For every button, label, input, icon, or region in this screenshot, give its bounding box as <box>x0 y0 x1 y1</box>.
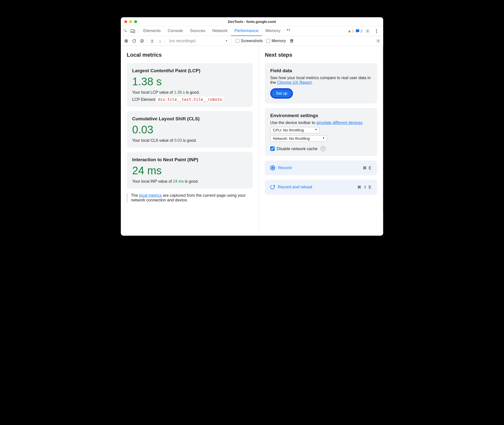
svg-point-4 <box>367 30 368 32</box>
lcp-element-row: LCP Element div.tile__text.tile__roboto <box>132 97 247 102</box>
reload-icon <box>270 184 275 190</box>
svg-rect-3 <box>356 29 359 32</box>
field-data-description: See how your local metrics compare to re… <box>270 75 372 85</box>
gc-icon[interactable] <box>288 37 295 44</box>
crux-link[interactable]: Chrome UX Report <box>277 80 312 85</box>
performance-panel-content: Local metrics Largest Contentful Paint (… <box>121 46 383 236</box>
field-data-title: Field data <box>270 68 372 73</box>
network-throttling-select[interactable]: Network: No throttling <box>270 135 327 142</box>
cls-value: 0.03 <box>132 124 247 136</box>
record-reload-shortcut: ⌘ ⇧ E <box>357 185 372 190</box>
devtools-window: DevTools - fonts.google.com/ Elements Co… <box>121 17 383 236</box>
issues-badge[interactable]: 2 <box>356 29 362 33</box>
recordings-dropdown[interactable]: (no recordings) ▼ <box>167 38 230 44</box>
simulate-devices-link[interactable]: simulate different devices <box>316 120 362 125</box>
lcp-card: Largest Contentful Paint (LCP) 1.38 s Yo… <box>127 63 253 107</box>
local-metrics-heading: Local metrics <box>127 52 253 58</box>
svg-rect-14 <box>291 41 291 42</box>
inp-description: Your local INP value of 24 ms is good. <box>132 179 247 184</box>
svg-point-17 <box>378 40 379 42</box>
cls-card: Cumulative Layout Shift (CLS) 0.03 Your … <box>127 111 253 148</box>
title-bar: DevTools - fonts.google.com/ <box>121 17 383 26</box>
next-steps-heading: Next steps <box>265 52 377 58</box>
help-icon[interactable]: ? <box>321 146 325 151</box>
inp-title: Interaction to Next Paint (INP) <box>132 157 247 162</box>
record-icon[interactable] <box>123 37 130 44</box>
svg-point-5 <box>376 29 377 30</box>
setup-button-highlight: Set up <box>270 88 293 99</box>
tab-memory[interactable]: Memory <box>262 26 284 36</box>
close-window-button[interactable] <box>124 20 127 23</box>
inspect-element-icon[interactable] <box>122 27 129 35</box>
lcp-element-selector[interactable]: div.tile__text.tile__roboto <box>156 97 223 102</box>
upload-trace-icon[interactable] <box>149 37 156 44</box>
disable-cache-checkbox[interactable] <box>270 146 275 151</box>
record-icon <box>270 165 275 170</box>
local-metrics-column: Local metrics Largest Contentful Paint (… <box>121 46 259 236</box>
more-tabs-icon[interactable] <box>284 26 294 34</box>
record-reload-action-card[interactable]: Record and reload ⌘ ⇧ E <box>265 180 377 195</box>
env-title: Environment settings <box>270 113 372 118</box>
lcp-value: 1.38 s <box>132 75 247 88</box>
window-title: DevTools - fonts.google.com/ <box>121 20 383 24</box>
capture-settings-icon[interactable] <box>375 37 382 44</box>
disable-cache-label: Disable network cache <box>277 146 318 151</box>
field-data-card: Field data See how your local metrics co… <box>265 63 377 104</box>
scrollbar[interactable] <box>383 46 383 236</box>
memory-checkbox[interactable]: Memory <box>266 39 286 43</box>
minimize-window-button[interactable] <box>129 20 132 23</box>
tab-elements[interactable]: Elements <box>140 26 164 36</box>
maximize-window-button[interactable] <box>134 20 137 23</box>
local-metrics-link[interactable]: local metrics <box>139 193 162 197</box>
tab-performance[interactable]: Performance <box>231 26 262 36</box>
clear-icon[interactable] <box>139 37 145 44</box>
device-toolbar-icon[interactable] <box>129 27 137 35</box>
inp-card: Interaction to Next Paint (INP) 24 ms Yo… <box>127 152 253 189</box>
record-action-card[interactable]: Record ⌘ E <box>265 160 377 175</box>
memory-label: Memory <box>271 39 286 43</box>
lcp-title: Largest Contentful Paint (LCP) <box>132 68 247 73</box>
download-trace-icon[interactable] <box>157 37 163 44</box>
record-shortcut: ⌘ E <box>363 166 372 170</box>
recordings-label: (no recordings) <box>169 39 196 43</box>
screenshots-checkbox[interactable]: Screenshots <box>235 39 263 43</box>
setup-button[interactable]: Set up <box>271 89 292 97</box>
record-reload-label: Record and reload <box>278 185 354 190</box>
lcp-description: Your local LCP value of 1.38 s is good. <box>132 90 247 95</box>
cls-title: Cumulative Layout Shift (CLS) <box>132 116 247 122</box>
cls-description: Your local CLS value of 0.03 is good. <box>132 138 247 143</box>
svg-rect-16 <box>292 41 293 42</box>
warnings-count: 1 <box>352 29 354 33</box>
svg-rect-12 <box>290 39 293 40</box>
performance-toolbar: (no recordings) ▼ Screenshots Memory <box>121 36 383 46</box>
issues-count: 2 <box>360 29 362 33</box>
screenshots-label: Screenshots <box>241 39 263 43</box>
env-description: Use the device toolbar to simulate diffe… <box>270 120 372 125</box>
next-steps-column: Next steps Field data See how your local… <box>259 46 383 236</box>
main-toolbar: Elements Console Sources Network Perform… <box>121 26 383 36</box>
svg-point-9 <box>126 40 127 42</box>
svg-rect-13 <box>291 39 292 39</box>
svg-rect-15 <box>291 41 292 42</box>
reload-record-icon[interactable] <box>131 37 138 44</box>
environment-settings-card: Environment settings Use the device tool… <box>265 108 377 156</box>
panel-tabs: Elements Console Sources Network Perform… <box>140 26 294 36</box>
traffic-lights <box>124 20 137 23</box>
settings-icon[interactable] <box>364 27 371 35</box>
tab-sources[interactable]: Sources <box>186 26 209 36</box>
cpu-throttling-select[interactable]: CPU: No throttling <box>270 127 320 133</box>
svg-rect-2 <box>134 30 135 33</box>
tab-console[interactable]: Console <box>164 26 186 36</box>
warnings-badge[interactable]: 1 <box>348 29 354 33</box>
inp-value: 24 ms <box>132 164 247 177</box>
record-label: Record <box>278 165 360 170</box>
kebab-menu-icon[interactable] <box>373 27 380 35</box>
svg-point-6 <box>376 31 377 32</box>
svg-point-7 <box>376 32 377 33</box>
local-metrics-info: The local metrics are captured from the … <box>127 193 253 202</box>
tab-network[interactable]: Network <box>209 26 231 36</box>
